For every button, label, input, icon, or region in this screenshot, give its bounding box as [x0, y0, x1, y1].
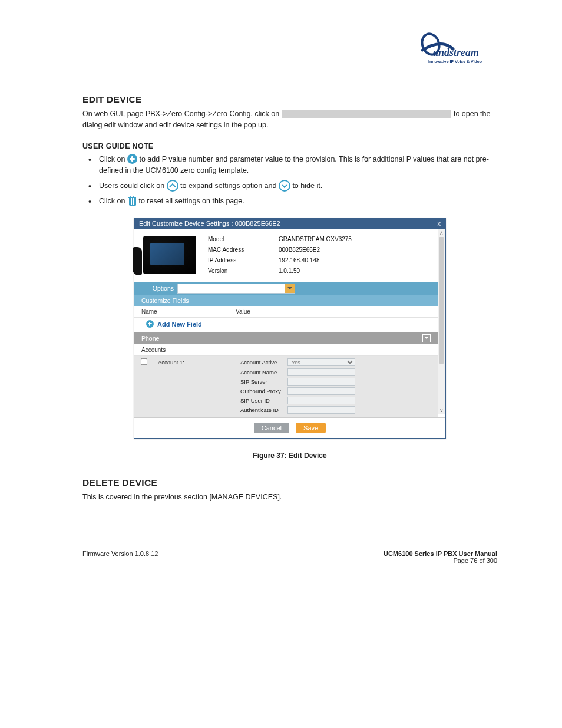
model-value: GRANDSTREAM GXV3275 [279, 236, 352, 242]
sip-userid-input[interactable] [287, 397, 355, 404]
device-image [143, 236, 196, 274]
dialog-titlebar: Edit Customize Device Settings : 000B825… [134, 218, 445, 229]
plus-circle-icon [146, 320, 154, 328]
account-name-label: Account Name [240, 369, 287, 375]
bullet-add-pvalue: Click on to add P value number and param… [82, 154, 497, 177]
account-1-checkbox[interactable] [141, 358, 147, 365]
text: 000B825E66E2 [235, 220, 280, 227]
fields-header-row: Name Value [134, 306, 438, 318]
auth-id-input[interactable] [287, 406, 355, 414]
text: Users could click on [99, 182, 167, 190]
text: to expand settings option and [180, 182, 279, 190]
figure-caption: Figure 37: Edit Device [82, 452, 497, 460]
text: to add P value number and parameter valu… [99, 155, 489, 174]
section-delete-device-heading: DELETE DEVICE [82, 477, 497, 488]
sip-server-input[interactable] [287, 378, 355, 386]
text: Edit Customize Device Settings : [139, 220, 235, 227]
outbound-proxy-label: Outbound Proxy [240, 388, 287, 394]
options-bar: Options [134, 282, 438, 295]
dialog-footer: Cancel Save [134, 417, 445, 438]
svg-text:andstream: andstream [433, 47, 479, 58]
account-1-label: Account 1: [158, 359, 240, 365]
dialog-scrollbar[interactable]: ∧ ∨ [438, 229, 445, 414]
customize-fields-bar: Customize Fields [134, 295, 438, 306]
text: to hide it. [292, 182, 322, 190]
outbound-proxy-input[interactable] [287, 387, 355, 395]
brand-logo: andstream Innovative IP Voice & Video [418, 32, 494, 68]
footer-page-number: Page 76 of 300 [384, 557, 497, 564]
col-value: Value [236, 308, 250, 315]
options-dropdown[interactable] [177, 284, 295, 294]
chevron-down-icon[interactable] [422, 334, 431, 342]
delete-device-paragraph: This is covered in the previous section … [82, 492, 497, 503]
edit-device-paragraph: On web GUI, page PBX->Zero Config->Zero … [82, 108, 497, 131]
page-footer: Firmware Version 1.0.8.12 UCM6100 Series… [82, 550, 497, 564]
version-label: Version [208, 268, 279, 274]
account-active-select[interactable]: Yes [287, 358, 355, 366]
dialog-title: Edit Customize Device Settings : 000B825… [139, 220, 280, 227]
text: On web GUI, page PBX->Zero Config->Zero … [82, 110, 282, 118]
text: to reset all settings on this page. [138, 197, 244, 205]
model-label: Model [208, 236, 279, 242]
device-info-table: ModelGRANDSTREAM GXV3275 MAC Address000B… [208, 236, 429, 278]
accounts-header: Accounts [134, 344, 438, 356]
footer-manual-title: UCM6100 Series IP PBX User Manual [384, 550, 497, 557]
account-1-block: Account 1: Account Active Yes Account Na… [134, 356, 438, 417]
text: Click on [99, 197, 127, 205]
cancel-button[interactable]: Cancel [254, 423, 289, 433]
phone-label: Phone [141, 335, 159, 342]
options-label: Options [141, 285, 174, 292]
sip-server-label: SIP Server [240, 378, 287, 385]
account-name-input[interactable] [287, 368, 355, 376]
chevron-down-circle-icon [279, 180, 290, 192]
sip-userid-label: SIP User ID [240, 397, 287, 404]
account-active-label: Account Active [240, 359, 287, 365]
col-name: Name [141, 308, 236, 315]
mac-value: 000B825E66E2 [279, 246, 320, 253]
trash-icon [127, 195, 137, 206]
version-value: 1.0.1.50 [279, 268, 300, 274]
dropdown-toggle-icon[interactable] [285, 284, 295, 293]
chevron-up-circle-icon [167, 180, 178, 192]
save-button[interactable]: Save [296, 423, 326, 433]
scroll-down-arrow[interactable]: ∨ [438, 406, 445, 414]
bullet-expand-collapse: Users could click on to expand settings … [82, 180, 497, 192]
redacted-button-placeholder [282, 110, 452, 118]
add-new-field-button[interactable]: Add New Field [134, 318, 438, 332]
section-edit-device-heading: EDIT DEVICE [82, 94, 497, 105]
svg-text:Innovative IP Voice & Video: Innovative IP Voice & Video [428, 60, 482, 64]
add-new-field-label: Add New Field [157, 321, 202, 328]
guide-note-list: Click on to add P value number and param… [82, 154, 497, 207]
auth-id-label: Authenticate ID [240, 407, 287, 413]
guide-note-heading: USER GUIDE NOTE [82, 142, 497, 150]
bullet-reset: Click on to reset all settings on this p… [82, 196, 497, 207]
edit-device-dialog: Edit Customize Device Settings : 000B825… [134, 218, 446, 439]
plus-circle-icon [127, 154, 137, 164]
ip-value: 192.168.40.148 [279, 257, 320, 263]
scroll-thumb[interactable] [439, 237, 444, 364]
scroll-up-arrow[interactable]: ∧ [438, 229, 445, 237]
footer-left: Firmware Version 1.0.8.12 [82, 550, 158, 564]
dialog-close-button[interactable]: x [438, 220, 441, 227]
phone-section-bar[interactable]: Phone [134, 332, 438, 344]
mac-label: MAC Address [208, 246, 279, 253]
text: Click on [99, 155, 127, 163]
ip-label: IP Address [208, 257, 279, 263]
